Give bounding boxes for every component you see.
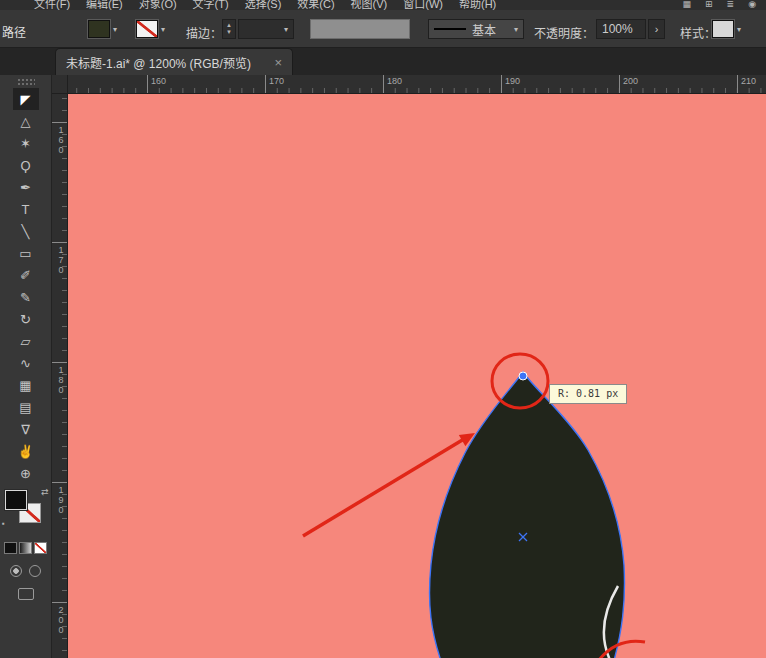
menu-effect[interactable]: 效果(C) — [289, 0, 342, 10]
menu-view[interactable]: 视图(V) — [343, 0, 396, 10]
selection-tool[interactable]: ◤ — [13, 88, 39, 110]
brush-definition-dropdown-disabled — [310, 19, 410, 39]
stroke-none-swatch — [136, 20, 158, 38]
magic-wand-tool[interactable]: ✶ — [13, 132, 39, 154]
gradient-tool[interactable]: ▤ — [13, 396, 39, 418]
menu-type[interactable]: 文字(T) — [185, 0, 237, 10]
menu-window[interactable]: 窗口(W) — [395, 0, 451, 10]
horizontal-ruler[interactable]: 160 170 180 190 200 210 — [68, 75, 766, 94]
lasso-tool[interactable]: Ϙ — [13, 154, 39, 176]
hruler-label: 190 — [501, 75, 520, 93]
stroke-label: 描边： — [186, 24, 222, 41]
color-mode-button[interactable] — [4, 542, 17, 554]
control-bar: 路径 ▾ ▾ 描边： ▲ ▼ ▾ 基本 ▾ 不透明度： 100% › — [0, 10, 766, 48]
chevron-right-icon: › — [655, 23, 659, 35]
chevron-down-icon: ▾ — [737, 25, 741, 34]
hruler-label: 200 — [619, 75, 638, 93]
canvas[interactable]: R: 0.81 px — [68, 94, 766, 658]
opacity-label: 不透明度： — [534, 24, 594, 41]
direct-selection-tool[interactable]: △ — [13, 110, 39, 132]
pen-tool[interactable]: ✒ — [13, 176, 39, 198]
chevron-down-icon: ▾ — [514, 25, 518, 34]
graphic-style-dropdown[interactable]: 基本 ▾ — [428, 19, 524, 39]
swap-fill-stroke-icon[interactable]: ⇄ — [41, 487, 49, 497]
gradient-mode-button[interactable] — [19, 542, 32, 554]
opacity-value: 100% — [602, 22, 633, 36]
spin-down-icon[interactable]: ▼ — [226, 29, 232, 36]
teardrop-shape[interactable] — [429, 372, 624, 658]
draw-behind-button[interactable] — [29, 565, 41, 577]
document-tab-bar: 未标题-1.ai* @ 1200% (RGB/预览) × — [0, 48, 766, 75]
hruler-label: 180 — [383, 75, 402, 93]
workspace-icon[interactable]: ≣ — [727, 0, 735, 9]
document-area: 160 170 180 190 200 210 160 170 180 190 … — [52, 75, 766, 658]
cc-icon[interactable]: ◉ — [748, 0, 756, 9]
vruler-label: 180 — [52, 362, 67, 395]
style-dropdown[interactable]: ▾ — [712, 19, 741, 39]
line-segment-tool[interactable]: ╲ — [13, 220, 39, 242]
paint-mode-row — [0, 542, 51, 554]
main-region: ◤ △ ✶ Ϙ ✒ T ╲ ▭ ✐ ✎ ↻ ▱ ∿ ▦ ▤ ∇ ✌ ⊕ ⇄ ▪ — [0, 75, 766, 658]
draw-normal-button[interactable] — [10, 565, 22, 577]
corner-anchor-point[interactable] — [519, 372, 527, 380]
measurement-tooltip: R: 0.81 px — [549, 384, 627, 404]
default-fill-stroke-icon[interactable]: ▪ — [2, 519, 5, 528]
chevron-down-icon: ▾ — [113, 25, 117, 34]
vruler-label: 190 — [52, 482, 67, 515]
hand-tool[interactable]: ✌ — [13, 440, 39, 462]
hruler-label: 170 — [265, 75, 284, 93]
paintbrush-tool[interactable]: ✐ — [13, 264, 39, 286]
document-tab[interactable]: 未标题-1.ai* @ 1200% (RGB/预览) × — [55, 48, 293, 75]
vertical-ruler[interactable]: 160 170 180 190 200 — [52, 94, 68, 658]
panel-context-label: 路径 — [2, 23, 26, 40]
hruler-label: 160 — [147, 75, 166, 93]
menu-file[interactable]: 文件(F) — [26, 0, 78, 10]
vruler-label: 200 — [52, 602, 67, 635]
rotate-tool[interactable]: ↻ — [13, 308, 39, 330]
style-swatch — [712, 20, 734, 38]
stroke-color-dropdown[interactable]: ▾ — [136, 19, 165, 39]
fill-color-indicator[interactable] — [5, 490, 27, 510]
drawing-mode-row — [0, 565, 51, 577]
menu-edit[interactable]: 编辑(E) — [78, 0, 131, 10]
vruler-label: 170 — [52, 242, 67, 275]
panel-grip[interactable] — [17, 78, 35, 85]
style-label: 样式： — [680, 24, 716, 41]
fill-swatch — [88, 20, 110, 38]
opacity-expand-button[interactable]: › — [648, 19, 665, 39]
ruler-origin-corner[interactable] — [52, 75, 68, 94]
width-tool[interactable]: ∿ — [13, 352, 39, 374]
scale-tool[interactable]: ▱ — [13, 330, 39, 352]
stroke-weight-stepper[interactable]: ▲ ▼ — [222, 19, 236, 39]
spin-up-icon[interactable]: ▲ — [226, 22, 232, 29]
zoom-tool[interactable]: ⊕ — [13, 462, 39, 484]
mesh-tool[interactable]: ▦ — [13, 374, 39, 396]
stroke-style-value: 基本 — [472, 21, 496, 38]
tools-panel: ◤ △ ✶ Ϙ ✒ T ╲ ▭ ✐ ✎ ↻ ▱ ∿ ▦ ▤ ∇ ✌ ⊕ ⇄ ▪ — [0, 75, 52, 658]
document-title: 未标题-1.ai* @ 1200% (RGB/预览) — [66, 54, 266, 71]
hruler-label: 210 — [737, 75, 756, 93]
opacity-input[interactable]: 100% — [596, 19, 646, 39]
tab-close-icon[interactable]: × — [266, 55, 282, 70]
rectangle-tool[interactable]: ▭ — [13, 242, 39, 264]
vruler-label: 160 — [52, 122, 67, 155]
eyedropper-tool[interactable]: ∇ — [13, 418, 39, 440]
grid-icon[interactable]: ⊞ — [705, 0, 713, 9]
fill-stroke-control: ⇄ ▪ — [0, 490, 51, 534]
menu-object[interactable]: 对象(O) — [131, 0, 185, 10]
menu-select[interactable]: 选择(S) — [237, 0, 290, 10]
chevron-down-icon: ▾ — [284, 25, 288, 34]
menu-help[interactable]: 帮助(H) — [451, 0, 504, 10]
none-mode-button[interactable] — [34, 542, 47, 554]
pencil-tool[interactable]: ✎ — [13, 286, 39, 308]
arrange-documents-icon[interactable]: ▦ — [683, 0, 692, 9]
menubar: 文件(F) 编辑(E) 对象(O) 文字(T) 选择(S) 效果(C) 视图(V… — [0, 0, 766, 10]
fill-color-dropdown[interactable]: ▾ — [88, 19, 117, 39]
stroke-preview-line — [434, 28, 466, 30]
stroke-weight-dropdown[interactable]: ▾ — [238, 19, 294, 39]
type-tool[interactable]: T — [13, 198, 39, 220]
illustrator-window: 文件(F) 编辑(E) 对象(O) 文字(T) 选择(S) 效果(C) 视图(V… — [0, 0, 766, 658]
chevron-down-icon: ▾ — [161, 25, 165, 34]
screen-mode-button[interactable] — [18, 588, 34, 600]
